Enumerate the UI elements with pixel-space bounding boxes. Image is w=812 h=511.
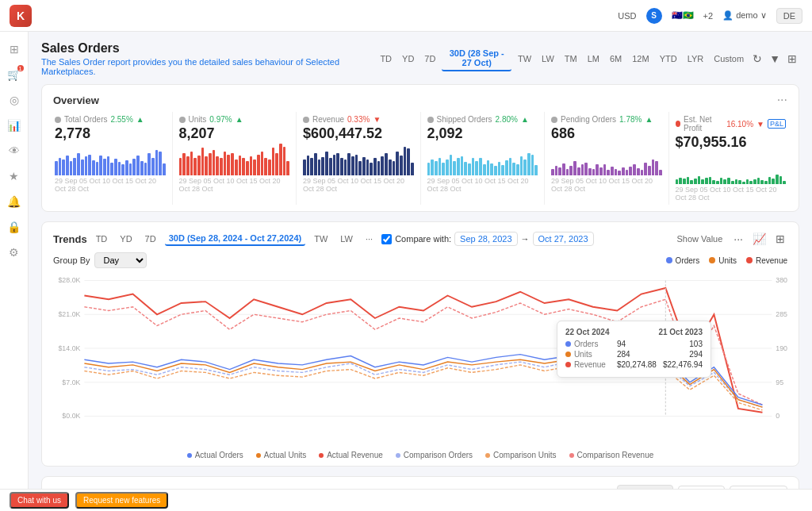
sidebar-icon-reports[interactable]: 📊 [3,114,25,136]
metric-change-orders: 2.55% [110,115,132,124]
refresh-button[interactable]: ↻ [750,50,764,67]
cl-comp-units: Comparison Units [485,451,556,459]
overview-card-header: Overview ··· [42,85,799,112]
svg-text:23 Oct: 23 Oct [657,422,674,424]
trends-table-button[interactable]: ⊞ [773,230,787,248]
lang-button[interactable]: DE [776,8,802,24]
sidebar-icon-lock[interactable]: 🔒 [3,216,25,238]
metric-chart-profit [676,152,787,184]
group-by-select[interactable]: Day [94,252,147,268]
date-btn-ytd[interactable]: YTD [656,52,681,66]
svg-text:11 Oct: 11 Oct [366,422,384,424]
user-menu[interactable]: 👤 demo ∨ [722,10,767,21]
tooltip-dot-revenue [565,362,571,367]
tooltip-label-revenue: Revenue [574,360,614,369]
metric-label-revenue: Revenue 0.33% ▼ [303,115,414,124]
sidebar-icon-analytics[interactable]: ◎ [3,89,25,111]
currency-badge[interactable]: S [646,8,662,24]
date-btn-12m[interactable]: 12M [628,52,653,66]
date-btn-30d[interactable]: 30D (28 Sep - 27 Oct) [442,46,511,71]
metric-value-pending: 686 [551,125,662,142]
compare-checkbox[interactable] [381,234,392,244]
show-value-button[interactable]: Show Value [672,232,726,245]
date-btn-tw[interactable]: TW [514,52,535,66]
sidebar-icon-home[interactable]: ⊞ [3,38,25,60]
cl-dot-actual-units [256,453,261,458]
trend-btn-lw[interactable]: LW [336,232,357,245]
date-btn-td[interactable]: TD [376,52,396,66]
date-btn-lm[interactable]: LM [584,52,603,66]
tooltip-dot-orders [565,341,571,347]
trends-more-button[interactable]: ··· [731,230,745,248]
main-content: Sales Orders The Sales Order report prov… [29,32,812,511]
compare-to-input[interactable]: Oct 27, 2023 [533,232,594,246]
chart-tooltip: 22 Oct 2024 21 Oct 2023 Orders 94 103 Un… [557,321,711,378]
tooltip-label-orders: Orders [574,340,614,348]
svg-text:190: 190 [776,344,787,352]
trend-btn-yd[interactable]: YD [116,232,136,245]
marketplace-count[interactable]: +2 [703,11,714,21]
date-btn-lw[interactable]: LW [538,52,558,66]
svg-text:06 Oct: 06 Oct [245,422,262,424]
compare-from-input[interactable]: Sep 28, 2023 [454,232,517,246]
metric-dates-pending: 29 Sep 05 Oct 10 Oct 15 Oct 20 Oct 28 Oc… [551,177,662,193]
tooltip-label-units: Units [574,350,614,359]
date-btn-tm[interactable]: TM [561,52,581,66]
metric-dates-profit: 29 Sep 05 Oct 10 Oct 15 Oct 20 Oct 28 Oc… [676,186,787,202]
svg-text:20 Oct: 20 Oct [584,422,602,424]
sidebar-icon-bell[interactable]: 🔔 [3,190,25,213]
sidebar-icon-eye[interactable]: 👁 [3,140,25,162]
tooltip-val1-units: 284 [617,350,630,359]
trends-header: Trends TD YD 7D 30D (Sep 28, 2024 - Oct … [42,222,799,252]
metric-revenue: Revenue 0.33% ▼ $600,447.52 29 Sep 05 Oc… [297,112,421,205]
trend-btn-tw[interactable]: TW [310,232,331,245]
metric-value-profit: $70,955.16 [676,134,787,151]
date-btn-yd[interactable]: YD [398,52,418,66]
tooltip-val2-units: 294 [689,350,703,359]
sidebar-icon-settings[interactable]: ⚙ [3,241,25,263]
svg-text:27 Oct: 27 Oct [754,422,772,424]
metric-dates-shipped: 29 Sep 05 Oct 10 Oct 15 Oct 20 Oct 28 Oc… [427,177,538,193]
svg-text:30 Sep: 30 Sep [99,422,117,424]
metric-chart-units [179,144,290,175]
legend-orders: Orders [666,256,700,265]
currency-label: USD [618,11,636,21]
grid-button[interactable]: ⊞ [785,50,799,67]
cl-dot-comp-units [485,453,490,458]
metric-chart-shipped [427,144,538,175]
svg-text:16 Oct: 16 Oct [488,422,505,424]
cart-badge: 1 [17,65,24,71]
filter-button[interactable]: ▼ [767,50,783,67]
cl-comp-orders: Comparison Orders [396,451,473,459]
cl-dot-comp-revenue [569,453,574,458]
trend-btn-more[interactable]: ··· [362,232,377,245]
sidebar-icon-cart[interactable]: 🛒 1 [3,63,25,86]
trend-btn-30d[interactable]: 30D (Sep 28, 2024 - Oct 27,2024) [165,232,306,246]
overview-menu-button[interactable]: ··· [777,93,787,107]
chart-bottom-legend: Actual Orders Actual Units Actual Revenu… [42,448,799,466]
svg-text:13 Oct: 13 Oct [415,422,432,424]
svg-text:17 Oct: 17 Oct [511,422,529,424]
metric-label-profit: Est. Net Profit 16.10% ▼ P&L [676,115,787,133]
overview-card: Overview ··· Total Orders 2.55% ▲ 2,778 … [41,84,799,212]
trend-btn-7d[interactable]: 7D [141,232,160,245]
date-btn-6m[interactable]: 6M [606,52,626,66]
trend-btn-td[interactable]: TD [92,232,112,245]
chat-button[interactable]: Chat with us [10,492,69,509]
feature-request-button[interactable]: Request new features [75,492,168,509]
metric-change-revenue: 0.33% [347,115,370,124]
svg-text:95: 95 [776,378,783,386]
compare-section: Compare with: Sep 28, 2023 → Oct 27, 202… [381,232,593,246]
sidebar-icon-star[interactable]: ★ [3,165,25,187]
metric-value-units: 8,207 [179,125,290,142]
date-btn-custom[interactable]: Custom [710,52,748,66]
tooltip-val1-orders: 94 [617,340,626,348]
marketplace-flags[interactable]: 🇦🇺🇧🇷 [672,10,694,21]
date-btn-lyr[interactable]: LYR [684,52,708,66]
date-btn-7d[interactable]: 7D [420,52,439,66]
cl-actual-revenue: Actual Revenue [319,451,383,459]
page-title: Sales Orders [41,41,376,56]
svg-text:10 Oct: 10 Oct [342,422,359,424]
trends-chart-button[interactable]: 📈 [750,230,768,248]
overview-title: Overview [53,94,99,106]
